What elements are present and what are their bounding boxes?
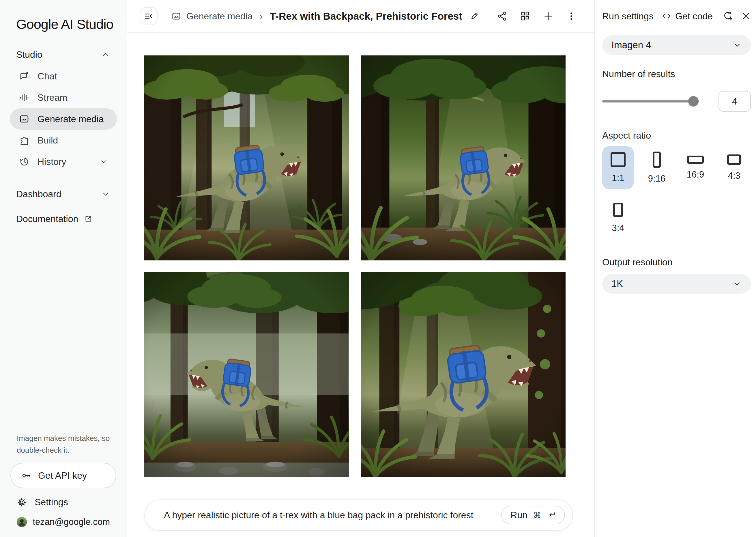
aspect-ratio-1-1[interactable]: 1:1: [602, 146, 634, 189]
new-prompt-button[interactable]: [543, 11, 553, 21]
generated-image-2[interactable]: [361, 56, 566, 261]
sidebar-item-history[interactable]: History: [10, 151, 117, 172]
sidebar-footer: Imagen makes mistakes, so double-check i…: [0, 433, 127, 529]
get-api-key-label: Get API key: [38, 470, 87, 481]
aspect-ratio-label: 3:4: [612, 223, 624, 233]
reset-settings-button[interactable]: [723, 11, 733, 21]
settings-label: Settings: [35, 497, 68, 508]
sidebar-item-label: Stream: [38, 92, 108, 103]
aspect-ratio-label: Aspect ratio: [602, 130, 751, 141]
breadcrumb-separator: ›: [259, 11, 263, 22]
app-logo: Google AI Studio: [0, 11, 127, 32]
aspect-ratio-label: 9:16: [648, 174, 665, 184]
close-icon: [741, 11, 751, 21]
output-resolution-value: 1K: [611, 278, 733, 289]
number-of-results-slider[interactable]: [602, 100, 699, 103]
aspect-ratio-label: 4:3: [728, 171, 740, 181]
documentation-label: Documentation: [16, 214, 78, 224]
more-options-button[interactable]: [566, 11, 577, 21]
number-of-results-control: [602, 91, 751, 112]
breadcrumb[interactable]: Generate media: [171, 11, 252, 21]
share-icon: [497, 11, 507, 21]
sidebar-item-documentation[interactable]: Documentation: [0, 209, 127, 229]
page-title: T-Rex with Backpack, Prehistoric Forest: [270, 10, 462, 22]
output-resolution-select[interactable]: 1K: [602, 274, 751, 294]
pencil-edit-icon: [470, 12, 479, 21]
generated-image-grid: [144, 56, 566, 477]
sidebar-item-stream[interactable]: Stream: [10, 87, 117, 108]
share-button[interactable]: [497, 11, 507, 21]
build-puzzle-icon: [19, 135, 29, 145]
settings-button[interactable]: Settings: [10, 488, 116, 510]
sidebar: Google AI Studio Studio Chat Stream Gene…: [0, 0, 127, 537]
return-key-icon: [547, 511, 556, 519]
landscape-ratio-icon: [727, 154, 741, 165]
aspect-ratio-label: 16:9: [687, 170, 704, 180]
aspect-ratio-3-4[interactable]: 3:4: [602, 196, 634, 240]
breadcrumb-label: Generate media: [186, 11, 252, 21]
main-area: Generate media › T-Rex with Backpack, Pr…: [127, 0, 594, 537]
model-select-value: Imagen 4: [611, 40, 733, 51]
aspect-ratio-16-9[interactable]: 16:9: [680, 146, 711, 189]
run-button[interactable]: Run ⌘: [501, 506, 565, 524]
get-code-button[interactable]: Get code: [662, 11, 713, 21]
close-panel-button[interactable]: [741, 11, 751, 21]
aspect-ratio-4-3[interactable]: 4:3: [718, 146, 750, 189]
sidebar-item-chat[interactable]: Chat: [10, 65, 117, 87]
collapse-sidebar-button[interactable]: [140, 7, 158, 25]
aspect-ratio-options: 1:1 9:16 16:9 4:3 3:4: [602, 146, 751, 240]
sidebar-item-label: Generate media: [38, 114, 108, 124]
google-ai-studio-app: Google AI Studio Studio Chat Stream Gene…: [0, 0, 756, 537]
chat-icon: [19, 71, 29, 81]
aspect-ratio-label: 1:1: [612, 173, 624, 183]
sidebar-item-dashboard[interactable]: Dashboard: [0, 184, 127, 204]
top-bar: Generate media › T-Rex with Backpack, Pr…: [127, 0, 594, 33]
slider-handle[interactable]: [688, 96, 699, 106]
dashboard-label: Dashboard: [16, 189, 61, 199]
number-of-results-input[interactable]: [718, 91, 751, 112]
command-key-icon: ⌘: [533, 511, 541, 520]
prompt-input[interactable]: [163, 510, 501, 521]
tall-ratio-icon: [613, 203, 623, 217]
model-disclaimer: Imagen makes mistakes, so double-check i…: [10, 433, 118, 456]
chevron-down-icon: [101, 190, 110, 198]
run-settings-panel: Run settings Get code Imagen 4 Number of…: [594, 0, 756, 537]
collapse-sidebar-icon: [144, 11, 154, 21]
account-email: tezan@google.com: [33, 517, 110, 527]
chevron-down-icon: [99, 158, 108, 166]
generation-canvas: Run ⌘: [127, 33, 594, 537]
kebab-menu-icon: [566, 11, 577, 21]
apps-grid-button[interactable]: [520, 11, 530, 21]
get-api-key-button[interactable]: Get API key: [10, 463, 116, 488]
aspect-ratio-9-16[interactable]: 9:16: [641, 146, 673, 189]
studio-section-header[interactable]: Studio: [0, 45, 127, 64]
portrait-ratio-icon: [653, 151, 661, 168]
avatar: [17, 515, 27, 529]
chevron-down-icon: [733, 279, 741, 288]
get-code-label: Get code: [675, 11, 713, 21]
generated-image-3[interactable]: [144, 272, 349, 477]
sidebar-item-generate-media[interactable]: Generate media: [10, 108, 117, 130]
account-button[interactable]: tezan@google.com: [10, 510, 116, 529]
sidebar-item-label: Chat: [38, 71, 108, 82]
gear-icon: [17, 497, 26, 507]
chevron-down-icon: [733, 41, 741, 49]
output-resolution-label: Output resolution: [602, 257, 751, 268]
studio-section-label: Studio: [16, 49, 42, 60]
media-image-icon: [171, 11, 181, 21]
key-icon: [21, 471, 31, 480]
generated-image-1[interactable]: [144, 56, 349, 261]
sidebar-nav: Chat Stream Generate media Build History: [0, 64, 127, 172]
run-settings-header: Run settings Get code: [602, 0, 751, 32]
topbar-actions: [497, 11, 577, 21]
generated-image-4[interactable]: [361, 272, 566, 477]
media-image-icon: [19, 114, 29, 124]
square-ratio-icon: [611, 152, 625, 167]
prompt-bar: Run ⌘: [144, 499, 573, 531]
number-of-results-label: Number of results: [602, 69, 751, 79]
sidebar-item-build[interactable]: Build: [10, 130, 117, 151]
rename-button[interactable]: [470, 12, 479, 21]
sidebar-item-label: Build: [38, 135, 108, 146]
run-settings-title: Run settings: [602, 11, 662, 21]
model-select[interactable]: Imagen 4: [602, 35, 751, 55]
